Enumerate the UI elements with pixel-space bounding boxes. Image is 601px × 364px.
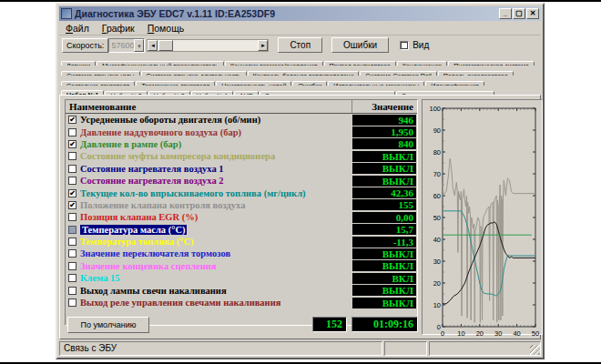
x-tick-label: 20: [476, 329, 484, 338]
errors-button[interactable]: Ошибки: [331, 37, 389, 53]
maximize-button[interactable]: ▢: [513, 8, 525, 19]
row-value: 42,36: [352, 187, 416, 198]
titlebar[interactable]: Диагностика ЭБУ EDC7 v.1.11 ID:EA253DF9 …: [59, 6, 541, 21]
table-row[interactable]: Давление наддувочного воздуха (бар)1,950: [66, 126, 417, 137]
row-label: Температура топлива (°C): [80, 237, 352, 247]
y-tick-label: 80: [433, 148, 441, 157]
trend-chart: 010203040506070809010001020304050: [423, 100, 542, 342]
view-checkbox[interactable]: Вид: [400, 40, 429, 50]
table-row[interactable]: Значение концевика сцепленияВЫКЛ: [66, 260, 417, 272]
row-label: Состояние муфты компресора кондиционера: [80, 151, 352, 161]
minimize-button[interactable]: _: [499, 8, 512, 19]
speed-scrollbar[interactable]: ◄ ►: [147, 39, 269, 52]
scroll-left-icon[interactable]: ◄: [148, 40, 158, 51]
table-row[interactable]: Значение переключателя тормозовВЫКЛ: [66, 248, 417, 259]
menu-item-2[interactable]: График: [96, 23, 141, 34]
row-label: Состояние нагревателя воздуха 1: [80, 164, 352, 174]
row-checkbox[interactable]: [68, 177, 76, 185]
view-checkbox-box[interactable]: [400, 41, 409, 50]
content-panel: Наименование Значение ✔Усредненные оборо…: [59, 95, 541, 339]
table-row[interactable]: Позиция клапана EGR (%)0,00: [66, 211, 417, 223]
menu-item-1[interactable]: Файл: [59, 23, 96, 34]
row-label: Выход реле управления свечами накаливани…: [80, 298, 352, 308]
statusbar: Связь с ЭБУ: [59, 341, 541, 356]
table-row[interactable]: ✔Давление в рампе (бар)840: [66, 138, 417, 150]
row-checkbox[interactable]: [68, 238, 76, 246]
row-label: Давление наддувочного воздуха (бар): [80, 127, 352, 137]
row-checkbox[interactable]: [68, 249, 76, 258]
table-row[interactable]: Состояние нагревателя воздуха 2ВЫКЛ: [66, 175, 417, 187]
table-row[interactable]: ✔Текущее кол-во впрыскиваемого топлива (…: [66, 187, 417, 198]
row-value: ВЫКЛ: [352, 260, 416, 271]
tab-row-3: Состояние двигателяТорможение двигателяН…: [59, 76, 541, 86]
row-label: Текущее кол-во впрыскиваемого топлива (м…: [80, 188, 352, 198]
row-label: Значение концевика сцепления: [80, 261, 352, 271]
row-checkbox[interactable]: ✔: [68, 201, 76, 209]
combo-dropdown-icon[interactable]: ▼: [134, 39, 144, 52]
view-checkbox-label: Вид: [413, 40, 429, 50]
row-value: 15,7: [352, 224, 416, 235]
menubar: ФайлГрафикПомощь: [59, 22, 541, 35]
y-tick-label: 90: [433, 126, 441, 135]
row-label: Состояние нагревателя воздуха 2: [80, 176, 352, 186]
series-gray-noisy-line: [443, 158, 535, 322]
y-tick-label: 60: [433, 192, 441, 200]
stop-button[interactable]: Стоп: [278, 37, 322, 53]
y-tick-label: 20: [433, 279, 441, 288]
tabstrip: ДатчикиМногофункциональный переключатель…: [59, 56, 541, 95]
status-panel-right: [429, 341, 541, 356]
table-row[interactable]: Температура масла (°C)15,7: [66, 224, 417, 236]
menu-item-3[interactable]: Помощь: [141, 23, 191, 34]
y-tick-label: 50: [433, 214, 441, 222]
header-value: Значение: [351, 100, 417, 113]
x-tick-label: 50: [532, 329, 539, 338]
row-checkbox[interactable]: [68, 287, 76, 295]
counter-display: 152: [312, 317, 347, 332]
row-checkbox[interactable]: [68, 213, 76, 221]
tab-row-1: ДатчикиМногофункциональный переключатель…: [59, 56, 541, 66]
row-checkbox[interactable]: ✔: [68, 116, 76, 124]
app-window: Диагностика ЭБУ EDC7 v.1.11 ID:EA253DF9 …: [56, 3, 545, 359]
y-tick-label: 70: [433, 170, 441, 178]
resize-grip-icon[interactable]: [530, 345, 540, 355]
speed-combobox[interactable]: 57600 ▼: [108, 38, 145, 53]
table-row[interactable]: Выход лампы свечи накаливанияВЫКЛ: [66, 284, 417, 296]
row-label: Клема 15: [80, 273, 352, 283]
y-tick-label: 100: [429, 105, 441, 113]
table-row[interactable]: Состояние муфты компресора кондиционераВ…: [66, 150, 417, 162]
table-row[interactable]: ✔Усредненные обороты двигателя (об/мин)9…: [66, 114, 417, 126]
scroll-right-icon[interactable]: ►: [258, 40, 268, 51]
table-row[interactable]: Клема 15ВКЛ: [66, 272, 417, 284]
parameter-table: Наименование Значение ✔Усредненные оборо…: [65, 99, 418, 326]
window-title: Диагностика ЭБУ EDC7 v.1.11 ID:EA253DF9: [75, 8, 499, 19]
row-value: ВКЛ: [352, 273, 416, 284]
row-checkbox[interactable]: [68, 274, 76, 282]
row-value: ВЫКЛ: [352, 248, 416, 259]
table-row[interactable]: Состояние нагревателя воздуха 1ВЫКЛ: [66, 163, 417, 175]
table-row[interactable]: Температура топлива (°C)-11,3: [66, 236, 417, 248]
row-checkbox[interactable]: [68, 262, 76, 270]
screen-top-border: [0, 0, 601, 2]
app-icon: [61, 8, 72, 19]
row-checkbox[interactable]: ✔: [68, 140, 76, 148]
row-checkbox[interactable]: [68, 165, 76, 173]
close-button[interactable]: ✕: [526, 8, 539, 19]
default-button[interactable]: По умолчанию: [67, 317, 149, 333]
x-tick-label: 30: [494, 329, 502, 338]
status-text: Связь с ЭБУ: [59, 341, 382, 356]
table-row[interactable]: Выход реле управления свечами накаливани…: [66, 297, 417, 308]
row-checkbox[interactable]: [68, 152, 76, 160]
row-checkbox[interactable]: [68, 226, 76, 234]
row-label: Значение переключателя тормозов: [80, 248, 352, 258]
row-checkbox[interactable]: [68, 298, 76, 307]
row-label: Усредненные обороты двигателя (об/мин): [80, 115, 352, 125]
row-checkbox[interactable]: ✔: [68, 189, 76, 197]
timer-display: 01:09:16: [351, 317, 418, 332]
table-row[interactable]: ✔Положение клапана контроля воздуха155: [66, 199, 417, 211]
row-value: ВЫКЛ: [352, 176, 416, 187]
toolbar: Скорость: 57600 ▼ ◄ ► Стоп Ошибки Вид: [59, 36, 541, 54]
row-value: 1,950: [352, 126, 416, 137]
row-value: 946: [352, 115, 416, 126]
row-checkbox[interactable]: [68, 128, 76, 136]
scroll-thumb[interactable]: [158, 40, 173, 51]
